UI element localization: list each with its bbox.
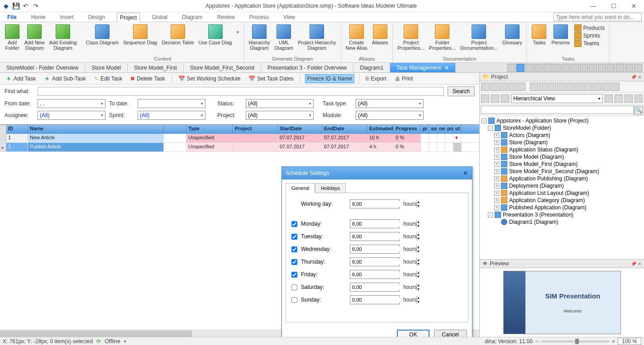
day-spinner[interactable]: ▲▼ [350,295,400,304]
close-button[interactable]: ✕ [624,0,644,12]
tree-item[interactable]: Deployment (Diagram) [509,183,564,189]
dialog-tab-general[interactable]: General [286,183,315,193]
module-combo[interactable]: (All)▾ [356,111,424,120]
tasks-button[interactable]: Tasks [530,24,549,46]
tool-icon[interactable] [562,64,570,72]
col-end[interactable]: EndDate [322,125,367,134]
tool-icon[interactable] [634,64,642,72]
add-sub-task-button[interactable]: ＋Add Sub-Task [42,74,88,84]
use-case-diag-button[interactable]: Use Case Diag [197,24,234,46]
close-icon[interactable]: ✕ [444,65,449,71]
menu-view[interactable]: View [281,13,298,22]
project-hierarchy-diagram-button[interactable]: Project Hierarchy Diagram [296,24,338,52]
expand-icon[interactable]: + [494,147,499,152]
tree-item[interactable]: Application Status (Diagram) [509,147,578,153]
tool-icon[interactable] [501,95,509,103]
refresh-icon[interactable] [481,95,489,103]
hierarchy-diagram-button[interactable]: Hierarchy Diagram [247,24,272,52]
pin-icon[interactable]: 📌 ✕ [631,261,641,266]
redo-icon[interactable]: ↷ [32,2,39,9]
day-spinner[interactable]: ▲▼ [350,257,400,266]
uml-diagram-button[interactable]: UML Diagram [273,24,296,52]
set-task-dates-button[interactable]: 📅Set Task Dates [247,75,295,83]
tool-icon[interactable] [575,83,583,91]
tree-item[interactable]: Store Model (Diagram) [509,154,564,160]
expand-icon[interactable]: − [488,126,493,131]
tool-icon[interactable] [557,83,565,91]
tool-icon[interactable] [508,83,516,91]
tool-icon[interactable] [625,95,633,103]
tool-icon[interactable] [481,83,489,91]
menu-insert[interactable]: Insert [57,13,76,22]
print-button[interactable]: 🖨Print [393,75,415,83]
persons-button[interactable]: Persons [549,24,571,46]
zoom-slider[interactable] [541,340,609,342]
dialog-titlebar[interactable]: Schedule Settings ✕ [282,167,472,180]
expand-icon[interactable]: + [494,155,499,160]
expand-icon[interactable]: + [494,184,499,189]
expand-icon[interactable]: − [482,118,487,123]
tree-root[interactable]: Appstorex - Application Store (Project) [496,118,588,124]
sequence-diag-button[interactable]: Sequence Diag [121,24,159,46]
find-what-input[interactable] [38,87,444,96]
expand-icon[interactable]: + [494,176,499,181]
col-name[interactable]: Name [28,125,164,134]
day-spinner[interactable]: ▲▼ [350,219,400,228]
menu-diagram[interactable]: Diagram [179,13,205,22]
expand-icon[interactable]: + [494,205,499,210]
tab-store-model[interactable]: Store Model [85,63,128,72]
tool-icon[interactable] [525,64,534,72]
tool-icon[interactable] [507,64,515,72]
expand-icon[interactable]: + [494,169,499,174]
dialog-tab-holidays[interactable]: Holidays [315,183,346,193]
tab-storemodel-overview[interactable]: StoreModel - Folder Overview [0,63,85,72]
search-icon[interactable]: 🔍 [634,106,643,115]
expand-icon[interactable]: + [494,140,499,145]
add-folder-button[interactable]: Add Folder [3,24,22,52]
col-type[interactable]: Type [186,125,233,134]
export-button[interactable]: ⎘Export [364,75,388,83]
save-icon[interactable]: 💾 [12,2,19,9]
chevron-down-icon[interactable]: ▾ [124,339,126,344]
day-checkbox[interactable] [291,272,297,278]
tree-folder[interactable]: StoreModel (Folder) [503,125,551,131]
expand-icon[interactable]: + [494,198,499,203]
zoom-out-button[interactable]: − [535,338,539,345]
tool-icon[interactable] [499,83,507,91]
tool-icon[interactable] [553,64,561,72]
menu-process[interactable]: Process [247,13,272,22]
tab-store-model-first[interactable]: Store Model_First [128,63,184,72]
content-more-button[interactable]: ▾ [235,24,241,35]
class-diagram-button[interactable]: Class Diagram [84,24,120,46]
tree-item[interactable]: Application Publishing (Diagram) [509,175,588,182]
tool-icon[interactable] [593,83,601,91]
day-checkbox[interactable] [291,284,297,290]
project-search-input[interactable] [481,106,634,114]
from-date-combo[interactable]: . .▾ [38,99,105,108]
add-new-diagram-button[interactable]: Add New Diagram [23,24,47,52]
col-project[interactable]: Project [233,125,278,134]
col-id[interactable]: ID [6,125,28,134]
col-est[interactable]: Estimated [367,125,394,134]
tool-icon[interactable] [598,64,606,72]
zoom-value[interactable]: 100 % [618,338,641,345]
tab-task-management[interactable]: Task Management✕ [390,63,456,72]
col-po[interactable]: po [445,125,453,134]
tool-icon[interactable] [616,64,624,72]
menu-home[interactable]: Home [29,13,48,22]
col-start[interactable]: StartDate [278,125,322,134]
search-input[interactable] [553,13,642,21]
tool-icon[interactable] [580,64,588,72]
tab-store-model-first-second[interactable]: Store Model_First_Second [184,63,261,72]
delete-task-button[interactable]: ✖Delete Task [129,75,167,83]
tool-icon[interactable] [491,95,499,103]
col-prog[interactable]: Progress [394,125,421,134]
menu-review[interactable]: Review [214,13,237,22]
teams-button[interactable]: Teams [574,40,605,47]
tool-icon[interactable] [566,83,574,91]
day-checkbox[interactable] [291,297,297,303]
expand-icon[interactable]: + [494,133,499,138]
add-task-button[interactable]: ＋Add Task [4,74,38,84]
tool-icon[interactable] [584,83,592,91]
col-pi[interactable]: pi [421,125,429,134]
